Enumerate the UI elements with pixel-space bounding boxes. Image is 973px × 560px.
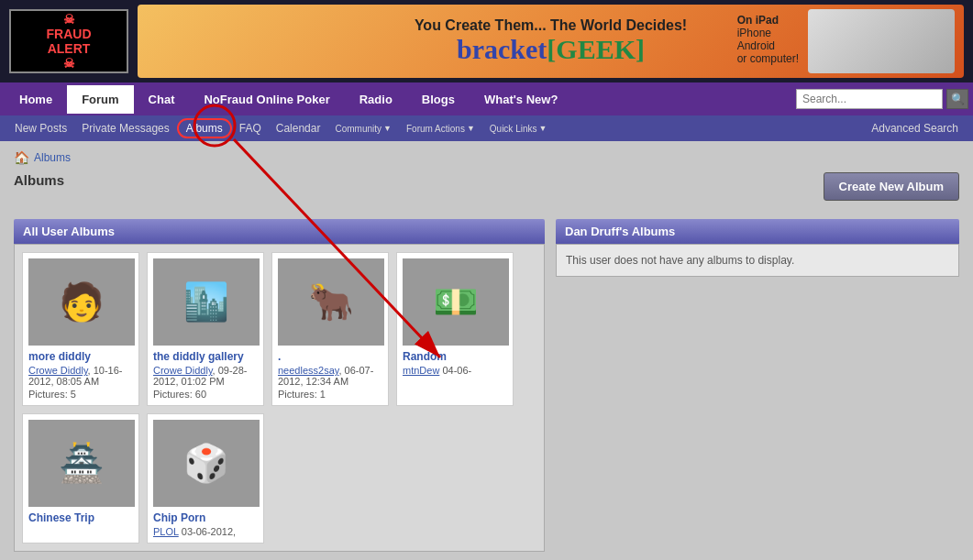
album-picture-count: Pictures: 1	[278, 389, 382, 400]
album-grid: 🧑 more diddly Crowe Diddly, 10-16-2012, …	[14, 244, 545, 552]
subnav-albums[interactable]: Albums	[177, 118, 232, 138]
brand-brackets: [GEEK]	[547, 34, 645, 64]
album-meta: PLOL 03-06-2012,	[153, 526, 258, 537]
user-albums-header: Dan Druff's Albums	[556, 219, 959, 244]
subnav-faq[interactable]: FAQ	[232, 118, 269, 138]
album-name-link[interactable]: more diddly	[28, 350, 133, 363]
home-icon: 🏠	[14, 150, 29, 165]
content-wrapper: 🏠 Albums Albums Create New Album All Use…	[0, 141, 973, 560]
nav-blogs[interactable]: Blogs	[407, 85, 470, 114]
album-meta: needless2say, 06-07-2012, 12:34 AM	[278, 365, 382, 387]
search-input[interactable]	[796, 89, 943, 109]
subnav-quicklinks[interactable]: Quick Links ▼	[482, 120, 555, 137]
user-albums-panel: Dan Druff's Albums This user does not ha…	[556, 219, 959, 552]
album-meta: Crowe Diddly, 10-16-2012, 08:05 AM	[28, 365, 133, 387]
subnav-newposts[interactable]: New Posts	[7, 118, 74, 138]
banner-brand: bracket[GEEK]	[415, 34, 687, 65]
fraud-alert: ☠ FRAUD ALERT ☠	[9, 9, 128, 73]
subnav-calendar[interactable]: Calendar	[269, 118, 328, 138]
nav-home[interactable]: Home	[5, 85, 67, 114]
list-item: 🏯 Chinese Trip	[22, 413, 139, 544]
main-nav: Home Forum Chat NoFraud Online Poker Rad…	[0, 82, 973, 115]
album-thumbnail: 🎲	[153, 420, 260, 507]
advanced-search-link[interactable]: Advanced Search	[864, 118, 966, 138]
album-author-link[interactable]: PLOL	[153, 526, 179, 537]
album-thumbnail: 🏯	[28, 420, 135, 507]
album-name-link[interactable]: Chinese Trip	[28, 511, 133, 524]
chevron-down-icon: ▼	[383, 124, 392, 133]
banner-content: You Create Them... The World Decides! br…	[415, 17, 687, 65]
album-thumbnail: 🐂	[278, 258, 384, 346]
albums-layout: All User Albums 🧑 more diddly Crowe Didd…	[14, 219, 959, 552]
banner-slogan: You Create Them... The World Decides!	[415, 17, 687, 34]
empty-albums-message: This user does not have any albums to di…	[566, 254, 949, 267]
all-user-albums-panel: All User Albums 🧑 more diddly Crowe Didd…	[14, 219, 545, 552]
create-new-album-button[interactable]: Create New Album	[824, 172, 959, 201]
banner: You Create Them... The World Decides! br…	[138, 5, 964, 78]
subnav-privatemessages[interactable]: Private Messages	[74, 118, 176, 138]
breadcrumb-albums-link[interactable]: Albums	[34, 151, 71, 164]
page-title: Albums	[14, 172, 64, 188]
album-author-link[interactable]: mtnDew	[403, 365, 439, 376]
album-name-link[interactable]: .	[278, 350, 382, 363]
search-button[interactable]: 🔍	[946, 89, 968, 109]
banner-sub: On iPad iPhone Android or computer!	[737, 14, 799, 65]
album-thumbnail: 💵	[403, 258, 509, 346]
subnav-forumactions[interactable]: Forum Actions ▼	[399, 120, 482, 137]
list-item: 💵 Random mtnDew 04-06-	[396, 252, 514, 406]
list-item: 🐂 . needless2say, 06-07-2012, 12:34 AM P…	[271, 252, 389, 406]
album-author-link[interactable]: Crowe Diddly	[153, 365, 213, 376]
subnav-community[interactable]: Community ▼	[327, 120, 399, 137]
nav-poker[interactable]: NoFraud Online Poker	[189, 85, 344, 114]
album-thumbnail: 🏙️	[153, 258, 260, 346]
nav-chat[interactable]: Chat	[134, 85, 190, 114]
album-picture-count: Pictures: 5	[28, 389, 133, 400]
album-name-link[interactable]: the diddly gallery	[153, 350, 258, 363]
album-author-link[interactable]: Crowe Diddly	[28, 365, 88, 376]
breadcrumb: 🏠 Albums	[14, 150, 959, 165]
album-meta: mtnDew 04-06-	[403, 365, 507, 376]
album-name-link[interactable]: Chip Porn	[153, 511, 258, 524]
fraud-alert-text1: FRAUD	[47, 27, 92, 41]
list-item: 🏙️ the diddly gallery Crowe Diddly, 09-2…	[147, 252, 264, 406]
album-name-link[interactable]: Random	[403, 350, 507, 363]
skull-icon2: ☠	[63, 56, 75, 71]
sub-nav: New Posts Private Messages Albums FAQ Ca…	[0, 115, 973, 141]
banner-device	[808, 9, 955, 73]
list-item: 🎲 Chip Porn PLOL 03-06-2012,	[147, 413, 264, 544]
nav-radio[interactable]: Radio	[345, 85, 407, 114]
album-thumbnail: 🧑	[28, 258, 135, 346]
chevron-down-icon3: ▼	[539, 124, 547, 133]
list-item: 🧑 more diddly Crowe Diddly, 10-16-2012, …	[22, 252, 139, 406]
album-meta: Crowe Diddly, 09-28-2012, 01:02 PM	[153, 365, 258, 387]
search-area: 🔍	[796, 89, 968, 109]
all-user-albums-header: All User Albums	[14, 219, 545, 244]
top-bar: ☠ FRAUD ALERT ☠ You Create Them... The W…	[0, 0, 973, 82]
skull-icon: ☠	[63, 12, 75, 27]
fraud-alert-text2: ALERT	[48, 41, 91, 56]
album-picture-count: Pictures: 60	[153, 389, 258, 400]
nav-whatsnew[interactable]: What's New?	[470, 85, 572, 114]
nav-forum[interactable]: Forum	[67, 85, 133, 114]
page-container: ☠ FRAUD ALERT ☠ You Create Them... The W…	[0, 0, 973, 560]
album-author-link[interactable]: needless2say	[278, 365, 338, 376]
chevron-down-icon2: ▼	[467, 124, 475, 133]
user-panel-content: This user does not have any albums to di…	[556, 244, 959, 277]
